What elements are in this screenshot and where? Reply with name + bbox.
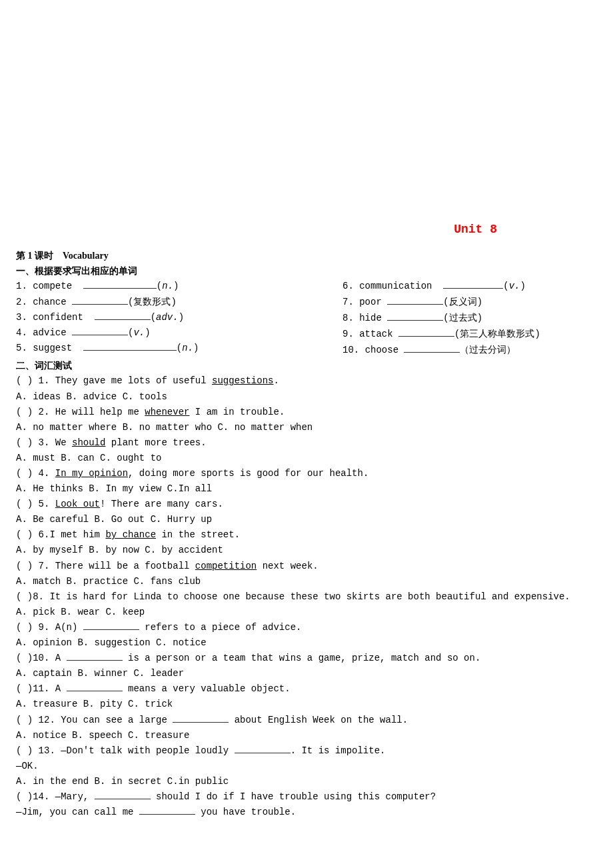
- question-stem: ( ) 6.I met him by chance in the street.: [16, 527, 597, 543]
- underlined-word: by chance: [105, 529, 156, 540]
- question-extra: —OK.: [16, 759, 597, 774]
- question-options: A. match B. practice C. fans club: [16, 574, 597, 589]
- item-word: choose: [365, 345, 404, 355]
- paren: (: [443, 297, 448, 307]
- paren: (: [157, 281, 162, 291]
- section1-columns: 1. compete (n.) 2. chance (复数形式) 3. conf…: [16, 279, 597, 358]
- paren: ): [171, 297, 176, 307]
- question-stem: ( )11. A means a very valuable object.: [16, 681, 597, 697]
- item-word: attack: [359, 329, 392, 339]
- vocab-item: 8. hide (过去式): [342, 310, 597, 326]
- question-stem: ( )14. —Mary, should I do if I have trou…: [16, 789, 597, 805]
- fill-blank[interactable]: [235, 744, 291, 753]
- paren: ): [145, 327, 150, 338]
- question-options: A. opinion B. suggestion C. notice: [16, 635, 597, 651]
- underlined-word: whenever: [145, 407, 189, 417]
- stem-text: next week.: [257, 561, 318, 571]
- stem-text: in the street.: [156, 529, 240, 540]
- question-stem: ( ) 3. We should plant more trees.: [16, 435, 597, 451]
- item-num: 8.: [342, 313, 354, 323]
- item-num: 7.: [342, 297, 354, 307]
- fill-blank[interactable]: [95, 790, 151, 799]
- underlined-word: competition: [195, 561, 257, 571]
- vocab-item: 7. poor (反义词): [342, 294, 597, 310]
- paren: ): [173, 281, 179, 291]
- questions-container: ( ) 1. They gave me lots of useful sugge…: [16, 373, 597, 820]
- fill-blank[interactable]: [83, 341, 177, 351]
- item-hint: adv.: [156, 312, 179, 323]
- paren: （: [460, 345, 469, 355]
- fill-blank[interactable]: [387, 295, 443, 305]
- underlined-word: Look out: [55, 499, 100, 509]
- stem-text: ( ) 4.: [16, 468, 55, 479]
- section1-right-col: 6. communication (v.) 7. poor (反义词) 8. h…: [342, 279, 597, 358]
- item-hint: 第三人称单数形式: [460, 329, 534, 339]
- item-hint: 过去分词: [469, 345, 506, 355]
- section1-title: 一、根据要求写出相应的单词: [16, 263, 597, 279]
- stem-text: .: [273, 375, 279, 386]
- stem-text: ( )11. A: [16, 683, 67, 694]
- stem-text: refers to a piece of advice.: [139, 622, 302, 633]
- item-num: 5.: [16, 343, 27, 353]
- question-extra: —Jim, you can call me you have trouble.: [16, 805, 597, 820]
- stem-text: ! There are many cars.: [100, 499, 223, 509]
- question-options: A. by myself B. by now C. by accident: [16, 543, 597, 558]
- paren: (: [151, 312, 156, 323]
- vocab-item: 2. chance (复数形式): [16, 294, 342, 310]
- item-hint: n.: [162, 281, 173, 291]
- question-options: A. in the end B. in secret C.in public: [16, 774, 597, 789]
- stem-text: —Jim, you can call me: [16, 807, 139, 817]
- fill-blank[interactable]: [67, 651, 123, 661]
- stem-text: ( ) 12. You can see a large: [16, 715, 173, 725]
- item-num: 3.: [16, 312, 27, 323]
- section2-title: 二、词汇测试: [16, 358, 597, 373]
- item-word: advice: [33, 327, 66, 338]
- question-stem: ( ) 2. He will help me whenever I am in …: [16, 405, 597, 420]
- vocab-item: 10. choose （过去分词）: [342, 342, 597, 358]
- fill-blank[interactable]: [83, 621, 139, 630]
- fill-blank[interactable]: [83, 279, 157, 289]
- stem-text: means a very valuable object.: [123, 683, 291, 694]
- fill-blank[interactable]: [139, 805, 195, 815]
- fill-blank[interactable]: [173, 713, 229, 723]
- fill-blank[interactable]: [404, 343, 460, 353]
- lesson-title: 第 1 课时 Vocabulary: [16, 248, 597, 263]
- paren: ): [477, 313, 482, 323]
- question-options: A. must B. can C. ought to: [16, 451, 597, 466]
- vocab-item: 3. confident (adv.): [16, 310, 342, 325]
- paren: ): [520, 281, 525, 291]
- item-num: 6.: [342, 281, 354, 291]
- question-options: A. no matter where B. no matter who C. n…: [16, 420, 597, 435]
- paren: ): [477, 297, 482, 307]
- fill-blank[interactable]: [72, 295, 128, 305]
- stem-text: I am in trouble.: [189, 407, 285, 417]
- paren: (: [443, 313, 448, 323]
- fill-blank[interactable]: [72, 326, 128, 335]
- stem-text: is a person or a team that wins a game, …: [123, 653, 481, 663]
- fill-blank[interactable]: [398, 327, 454, 337]
- paren: (: [503, 281, 508, 291]
- fill-blank[interactable]: [387, 311, 443, 321]
- question-stem: ( ) 13. —Don't talk with people loudly .…: [16, 743, 597, 759]
- question-stem: ( ) 7. There will be a football competit…: [16, 559, 597, 574]
- fill-blank[interactable]: [95, 311, 151, 320]
- question-stem: ( ) 9. A(n) refers to a piece of advice.: [16, 620, 597, 635]
- paren: ): [179, 312, 184, 323]
- item-num: 1.: [16, 281, 27, 291]
- question-options: A. treasure B. pity C. trick: [16, 697, 597, 712]
- stem-text: ( ) 2. He will help me: [16, 407, 145, 417]
- stem-text: ( )8. It is hard for Linda to choose one…: [16, 591, 570, 602]
- item-word: chance: [33, 297, 66, 307]
- stem-text: you have trouble.: [195, 807, 296, 817]
- fill-blank[interactable]: [67, 682, 123, 691]
- question-options: A. He thinks B. In my view C.In all: [16, 481, 597, 497]
- question-options: A. pick B. wear C. keep: [16, 605, 597, 620]
- item-num: 2.: [16, 297, 27, 307]
- vocab-item: 1. compete (n.): [16, 279, 342, 294]
- stem-text: ( )10. A: [16, 653, 67, 663]
- question-options: A. ideas B. advice C. tools: [16, 389, 597, 405]
- paren: (: [177, 343, 182, 353]
- vocab-item: 4. advice (v.): [16, 325, 342, 341]
- question-stem: ( )10. A is a person or a team that wins…: [16, 651, 597, 666]
- fill-blank[interactable]: [443, 279, 503, 289]
